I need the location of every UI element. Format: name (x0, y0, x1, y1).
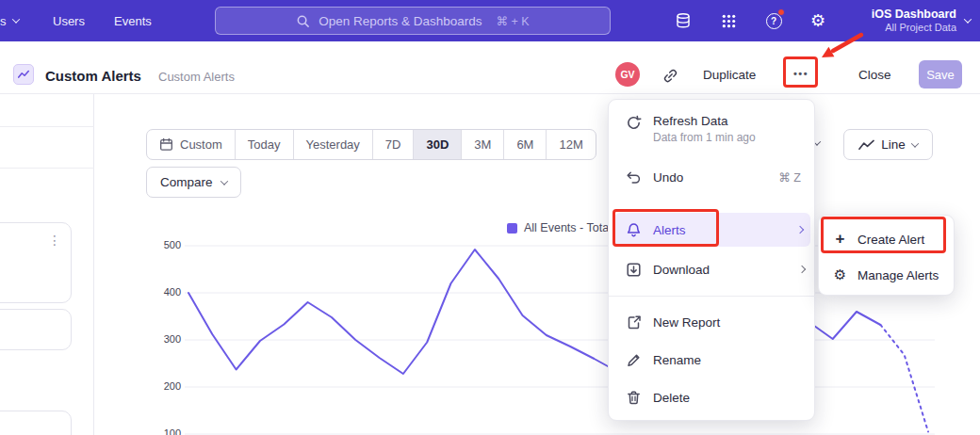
left-rail: ⋮ (0, 94, 94, 435)
chevron-down-icon (220, 177, 227, 185)
keyboard-shortcut: ⌘ Z (778, 170, 801, 185)
global-search[interactable]: Open Reports & Dashboards ⌘ + K (215, 7, 611, 35)
date-range-label: Today (248, 137, 281, 152)
menu-item-label: Alerts (653, 223, 686, 237)
data-management-button[interactable] (674, 11, 693, 30)
trash-icon (626, 390, 642, 406)
page-title: Custom Alerts (45, 68, 141, 84)
chevron-right-icon (796, 226, 804, 234)
kebab-menu-icon[interactable]: ⋮ (48, 233, 61, 248)
save-button[interactable]: Save (919, 60, 962, 89)
chart-type-label: Line (881, 137, 906, 152)
nav-events-label: Events (114, 14, 152, 28)
date-range-6m[interactable]: 6M (503, 130, 546, 159)
date-range-label: Yesterday (306, 137, 360, 152)
menu-item-label: Undo (653, 170, 683, 185)
settings-button[interactable]: ⚙ (808, 11, 827, 30)
report-card[interactable] (0, 411, 72, 435)
menu-item-label: Download (653, 263, 710, 277)
project-switcher[interactable]: iOS Dashboard All Project Data (872, 4, 971, 38)
database-icon (675, 12, 692, 29)
y-axis-tick: 500 (151, 239, 181, 250)
breadcrumb: Custom Alerts (158, 70, 235, 84)
menu-item-alerts[interactable]: Alerts (614, 213, 810, 247)
y-axis-tick: 100 (151, 427, 181, 435)
date-range-label: 30D (426, 137, 449, 152)
submenu-item-manage-alerts[interactable]: ⚙ Manage Alerts (819, 257, 956, 293)
menu-item-text: Refresh Data Data from 1 min ago (653, 114, 756, 144)
rail-divider (0, 126, 94, 127)
help-glyph: ? (771, 16, 776, 26)
date-range-custom[interactable]: Custom (147, 130, 235, 159)
link-icon (662, 68, 678, 84)
menu-item-label: Delete (653, 391, 690, 405)
report-header (0, 41, 980, 94)
line-chart-icon (858, 139, 874, 151)
avatar[interactable]: GV (615, 62, 640, 87)
nav-partial-label: s (0, 14, 7, 28)
search-icon (296, 14, 310, 28)
date-range-control: Custom Today Yesterday 7D 30D 3M 6M 12M (146, 129, 596, 160)
legend-swatch (507, 223, 517, 234)
chevron-down-icon (911, 139, 919, 147)
more-options-button[interactable]: ••• (788, 63, 814, 84)
calendar-icon (159, 137, 173, 152)
date-range-yesterday[interactable]: Yesterday (293, 130, 372, 159)
menu-divider (609, 296, 816, 297)
nav-item-users[interactable]: Users (53, 0, 85, 41)
undo-icon (626, 169, 642, 185)
menu-item-delete[interactable]: Delete (609, 379, 816, 416)
report-options-menu: Refresh Data Data from 1 min ago Undo ⌘ … (608, 99, 815, 421)
menu-item-label: New Report (653, 315, 720, 330)
compare-label: Compare (160, 175, 213, 189)
gear-icon: ⚙ (832, 266, 848, 283)
apps-grid-icon (721, 13, 737, 29)
report-card[interactable]: ⋮ (0, 222, 72, 303)
chart-legend[interactable]: All Events - Total (507, 221, 612, 234)
compare-button[interactable]: Compare (146, 167, 241, 198)
submenu-item-label: Manage Alerts (858, 268, 939, 282)
menu-item-undo[interactable]: Undo ⌘ Z (609, 158, 816, 196)
top-navigation: s Users Events Open Reports & Dashboards… (0, 0, 980, 41)
rail-divider (0, 168, 94, 169)
submenu-item-create-alert[interactable]: + Create Alert (819, 221, 956, 257)
nav-item-partial[interactable]: s (0, 0, 19, 41)
date-range-3m[interactable]: 3M (461, 130, 503, 159)
pencil-icon (626, 352, 642, 368)
menu-item-new-report[interactable]: New Report (609, 303, 816, 341)
date-range-label: 6M (516, 137, 533, 152)
notification-dot (777, 8, 785, 16)
apps-button[interactable] (719, 11, 738, 30)
menu-item-download[interactable]: Download (609, 250, 816, 288)
submenu-item-label: Create Alert (858, 233, 924, 247)
app-window: s Users Events Open Reports & Dashboards… (0, 0, 980, 435)
date-range-30d[interactable]: 30D (413, 130, 461, 159)
copy-link-button[interactable] (661, 66, 679, 85)
date-range-label: 12M (559, 137, 582, 152)
date-range-12m[interactable]: 12M (546, 130, 595, 159)
nav-item-events[interactable]: Events (114, 0, 152, 41)
date-range-today[interactable]: Today (235, 130, 293, 159)
duplicate-button[interactable]: Duplicate (703, 68, 756, 82)
date-range-label: Custom (180, 137, 222, 152)
y-axis-tick: 300 (151, 333, 181, 345)
date-range-7d[interactable]: 7D (372, 130, 414, 159)
menu-item-rename[interactable]: Rename (609, 341, 816, 379)
help-button[interactable]: ? (764, 11, 783, 30)
alerts-submenu: + Create Alert ⚙ Manage Alerts (818, 215, 955, 296)
menu-item-sublabel: Data from 1 min ago (653, 131, 756, 144)
report-card[interactable] (0, 309, 72, 350)
refresh-icon (626, 115, 642, 131)
bell-icon (626, 222, 642, 238)
chart-type-button[interactable]: Line (843, 129, 933, 160)
download-icon (626, 262, 642, 278)
nav-users-label: Users (53, 14, 85, 28)
project-scope: All Project Data (872, 22, 956, 34)
close-button[interactable]: Close (858, 68, 891, 82)
menu-item-label: Rename (653, 353, 701, 367)
date-range-label: 7D (385, 137, 401, 152)
new-report-icon (626, 314, 642, 330)
menu-item-refresh-data[interactable]: Refresh Data Data from 1 min ago (609, 107, 816, 153)
search-placeholder: Open Reports & Dashboards (318, 14, 482, 28)
y-axis-tick: 200 (151, 380, 181, 392)
